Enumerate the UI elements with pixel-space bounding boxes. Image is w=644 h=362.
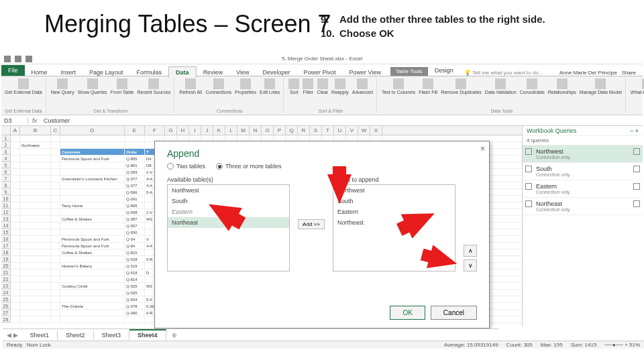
tab-power-pivot[interactable]: Power Pivot <box>297 67 343 78</box>
ribbon-flash-fill[interactable]: Flash Fill <box>418 78 438 95</box>
tab-view[interactable]: View <box>229 67 256 78</box>
ribbon-what-if-analysis[interactable]: What-If Analysis <box>630 78 644 95</box>
excel-window: 5. Merge Order Sheet.xlsx - Excel File H… <box>1 54 643 349</box>
query-item[interactable]: SouthConnection only. <box>523 163 643 180</box>
close-icon[interactable]: – × <box>630 127 639 134</box>
tab-review[interactable]: Review <box>197 67 230 78</box>
append-dialog: × Append Two tables Three or more tables… <box>154 141 490 328</box>
ribbon-recent-sources[interactable]: Recent Sources <box>137 78 172 95</box>
sheet-tab[interactable]: Sheet1 <box>22 330 58 340</box>
radio-three-or-more[interactable]: Three or more tables <box>216 163 282 170</box>
ribbon-new-query[interactable]: New Query <box>50 78 75 95</box>
ribbon-clear[interactable]: Clear <box>316 78 329 95</box>
ribbon-manage-data-model[interactable]: Manage Data Model <box>579 78 623 95</box>
sheet-tabs[interactable]: ◀ ▶ Sheet1Sheet2Sheet3Sheet4 ⊕ <box>3 328 499 341</box>
save-icon[interactable] <box>4 56 11 62</box>
name-box[interactable]: D3 <box>1 117 28 124</box>
redo-icon[interactable] <box>25 56 32 62</box>
titlebar: 5. Merge Order Sheet.xlsx - Excel <box>1 54 643 64</box>
ribbon-sort[interactable]: Sort <box>288 78 300 95</box>
add-button[interactable]: Add >> <box>298 219 325 229</box>
query-item[interactable]: NorthwestConnection only. <box>523 145 643 163</box>
list-item[interactable]: Northwest <box>333 185 455 196</box>
status-bar: Ready Num Lock Average: 15.05319149 Coun… <box>3 341 644 349</box>
slide-steps: 9.Add the other three tables to the righ… <box>321 12 545 40</box>
ribbon-show-queries[interactable]: Show Queries <box>77 78 108 95</box>
ribbon: Get External DataGet External DataNew Qu… <box>1 76 643 115</box>
sheet-tab[interactable]: Sheet3 <box>94 330 130 340</box>
ribbon-tabs: File HomeInsertPage LayoutFormulasDataRe… <box>1 64 643 76</box>
window-title: 5. Merge Order Sheet.xlsx - Excel <box>282 56 362 62</box>
available-label: Available table(s) <box>167 176 290 183</box>
sheet-nav-icon[interactable]: ◀ ▶ <box>3 332 22 339</box>
ribbon-from-table[interactable]: From Table <box>110 78 135 95</box>
ribbon-consolidate[interactable]: Consolidate <box>519 78 545 95</box>
formula-value[interactable]: Customer <box>41 117 72 124</box>
tell-me[interactable]: 💡 Tell me what you want to do... <box>464 70 543 76</box>
ribbon-reapply[interactable]: Reapply <box>331 78 350 95</box>
tab-insert[interactable]: Insert <box>54 67 83 78</box>
quick-access-toolbar[interactable] <box>4 56 32 62</box>
fx-icon[interactable]: fx <box>28 117 41 124</box>
list-item[interactable]: South <box>333 196 455 206</box>
cancel-button[interactable]: Cancel <box>431 306 477 320</box>
dialog-title: Append <box>155 141 489 162</box>
dialog-close-icon[interactable]: × <box>480 144 485 154</box>
sheet-tab[interactable]: Sheet4 <box>129 329 166 340</box>
zoom-level[interactable]: ──●── + 51% <box>604 342 640 348</box>
tab-design[interactable]: Design <box>428 65 460 76</box>
undo-icon[interactable] <box>15 56 21 62</box>
move-down-button[interactable]: ∨ <box>464 259 477 272</box>
ribbon-remove-duplicates[interactable]: Remove Duplicates <box>440 78 482 95</box>
ribbon-advanced[interactable]: Advanced <box>352 78 374 95</box>
slide-title: Merging Tables – Screen 7 <box>44 11 331 38</box>
move-up-button[interactable]: ∧ <box>464 245 477 257</box>
radio-two-tables[interactable]: Two tables <box>167 163 205 170</box>
ribbon-relationships[interactable]: Relationships <box>547 78 577 95</box>
tab-page-layout[interactable]: Page Layout <box>83 67 130 78</box>
ribbon-edit-links[interactable]: Edit Links <box>259 78 280 95</box>
file-tab[interactable]: File <box>1 65 25 76</box>
ribbon-properties[interactable]: Properties <box>234 78 257 95</box>
tab-developer[interactable]: Developer <box>256 67 297 78</box>
annotation-arrow <box>327 174 352 204</box>
add-sheet-icon[interactable]: ⊕ <box>166 332 182 339</box>
ribbon-get-external-data[interactable]: Get External Data <box>4 78 43 95</box>
ribbon-filter[interactable]: Filter <box>302 78 314 95</box>
tab-data[interactable]: Data <box>168 66 197 78</box>
column-headers[interactable]: ABCDEFGHIJKLMNOPQRSTUVWX <box>1 126 522 135</box>
context-tab-group: Table Tools <box>390 67 428 76</box>
tab-power-view[interactable]: Power View <box>343 67 388 78</box>
tab-formulas[interactable]: Formulas <box>130 67 169 78</box>
sheet-tab[interactable]: Sheet2 <box>58 330 94 340</box>
ribbon-data-validation[interactable]: Data Validation <box>484 78 517 95</box>
ribbon-refresh-all[interactable]: Refresh All <box>178 78 203 95</box>
list-item[interactable]: Eastern <box>333 206 455 217</box>
ok-button[interactable]: OK <box>390 306 425 320</box>
list-item[interactable]: Northwest <box>168 185 289 196</box>
tab-home[interactable]: Home <box>25 67 54 78</box>
workbook-queries-pane: Workbook Queries– × 4 queries NorthwestC… <box>522 126 643 327</box>
query-item[interactable]: NortheastConnection only. <box>523 198 643 215</box>
ribbon-text-to-columns[interactable]: Text to Columns <box>381 78 416 95</box>
formula-bar[interactable]: D3 fx Customer <box>1 115 643 126</box>
queries-count: 4 queries <box>523 136 643 145</box>
user-label[interactable]: Anne Marie Del Principe Share <box>559 70 636 76</box>
query-item[interactable]: EasternConnection only. <box>523 180 643 198</box>
queries-title: Workbook Queries <box>527 127 576 134</box>
ribbon-connections[interactable]: Connections <box>205 78 232 95</box>
